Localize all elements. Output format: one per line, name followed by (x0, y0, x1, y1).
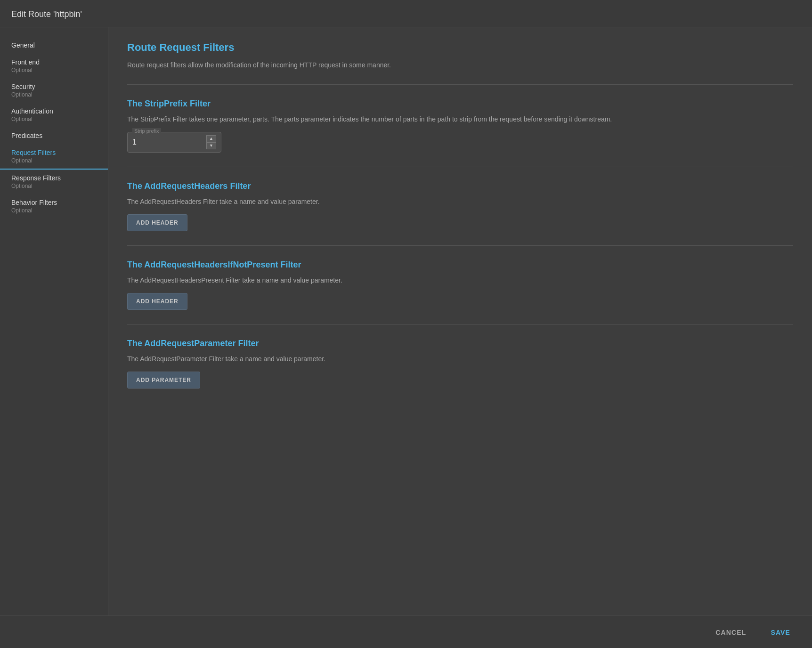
cancel-button[interactable]: CANCEL (708, 625, 754, 640)
sidebar-item-sub-security: Optional (11, 91, 97, 98)
sidebar-item-response-filters[interactable]: Response FiltersOptional (0, 170, 108, 194)
sidebar-item-sub-authentication: Optional (11, 116, 97, 122)
filter-section-strip-prefix: The StripPrefix FilterThe StripPrefix Fi… (127, 99, 793, 153)
add-button-add-request-headers[interactable]: ADD HEADER (127, 214, 187, 231)
spinner-buttons: ▲▼ (206, 135, 216, 149)
strip-prefix-container: Strip prefix1▲▼ (127, 132, 221, 153)
filter-title-add-request-headers-if-not-present: The AddRequestHeadersIfNotPresent Filter (127, 260, 793, 270)
section-desc: Route request filters allow the modifica… (127, 60, 793, 70)
filter-title-strip-prefix: The StripPrefix Filter (127, 99, 793, 109)
sidebar-item-general[interactable]: General (0, 37, 108, 54)
sidebar-item-authentication[interactable]: AuthenticationOptional (0, 103, 108, 127)
add-button-add-request-headers-if-not-present[interactable]: ADD HEADER (127, 293, 187, 310)
sidebar-item-name-predicates: Predicates (11, 132, 97, 139)
sidebar-item-name-authentication: Authentication (11, 107, 97, 115)
filter-title-add-request-headers: The AddRequestHeaders Filter (127, 181, 793, 191)
sidebar-item-security[interactable]: SecurityOptional (0, 78, 108, 103)
filter-desc-add-request-headers-if-not-present: The AddRequestHeadersPresent Filter take… (127, 275, 793, 285)
spinner-up-button[interactable]: ▲ (206, 135, 216, 142)
sidebar-item-name-frontend: Front end (11, 58, 97, 66)
sidebar-item-name-request-filters: Request Filters (11, 149, 97, 156)
sidebar-item-name-general: General (11, 41, 97, 49)
main-content: Route Request Filters Route request filt… (108, 27, 812, 616)
divider-strip-prefix (127, 84, 793, 85)
sidebar: GeneralFront endOptionalSecurityOptional… (0, 27, 108, 616)
sidebar-item-sub-response-filters: Optional (11, 183, 97, 189)
add-button-add-request-parameter[interactable]: ADD PARAMETER (127, 372, 200, 389)
filter-desc-strip-prefix: The StripPrefix Filter takes one paramet… (127, 114, 793, 124)
sidebar-item-sub-request-filters: Optional (11, 157, 97, 164)
divider-add-request-headers-if-not-present (127, 245, 793, 246)
footer-bar: CANCEL SAVE (0, 616, 812, 648)
filter-title-add-request-parameter: The AddRequestParameter Filter (127, 339, 793, 348)
sidebar-item-sub-behavior-filters: Optional (11, 207, 97, 214)
sidebar-item-behavior-filters[interactable]: Behavior FiltersOptional (0, 194, 108, 219)
sidebar-item-name-response-filters: Response Filters (11, 174, 97, 182)
filter-desc-add-request-headers: The AddRequestHeaders Filter take a name… (127, 197, 793, 207)
sidebar-item-sub-frontend: Optional (11, 67, 97, 73)
layout: GeneralFront endOptionalSecurityOptional… (0, 27, 812, 616)
save-button[interactable]: SAVE (763, 625, 798, 640)
filter-section-add-request-headers: The AddRequestHeaders FilterThe AddReque… (127, 181, 793, 231)
sidebar-item-predicates[interactable]: Predicates (0, 127, 108, 144)
sidebar-item-name-security: Security (11, 83, 97, 90)
sidebar-item-request-filters[interactable]: Request FiltersOptional (0, 144, 108, 170)
divider-add-request-parameter (127, 324, 793, 324)
page-title: Edit Route 'httpbin' (0, 0, 812, 27)
filter-section-add-request-headers-if-not-present: The AddRequestHeadersIfNotPresent Filter… (127, 260, 793, 310)
sidebar-item-frontend[interactable]: Front endOptional (0, 54, 108, 78)
section-title: Route Request Filters (127, 41, 793, 54)
spinner-down-button[interactable]: ▼ (206, 142, 216, 149)
divider-add-request-headers (127, 167, 793, 167)
strip-prefix-label: Strip prefix (132, 128, 161, 134)
filter-section-add-request-parameter: The AddRequestParameter FilterThe AddReq… (127, 339, 793, 389)
sidebar-item-name-behavior-filters: Behavior Filters (11, 199, 97, 206)
strip-prefix-value: 1 (132, 138, 137, 146)
strip-prefix-row: 1▲▼ (132, 135, 216, 149)
filter-desc-add-request-parameter: The AddRequestParameter Filter take a na… (127, 354, 793, 364)
